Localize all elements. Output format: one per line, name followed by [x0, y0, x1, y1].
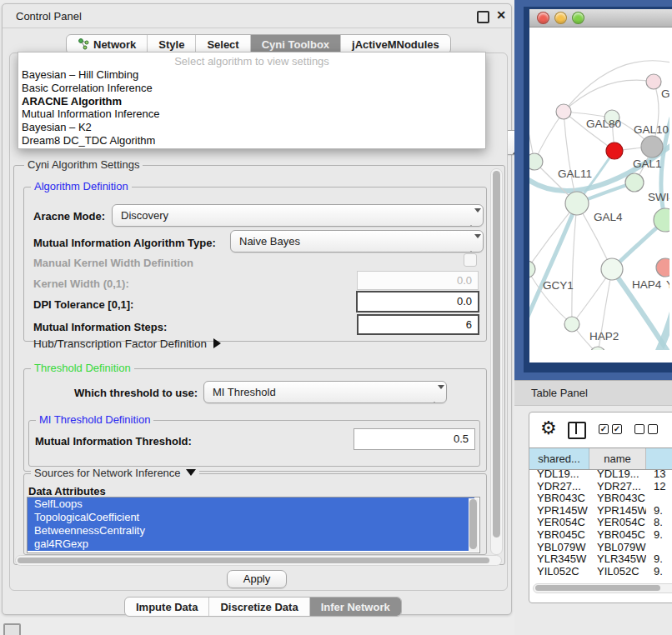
aracne-mode-combobox[interactable]: Discovery: [112, 204, 484, 227]
desktop-background: GALGAL80GAL10GAL1GAL11SWI4GAL4GCY1HAP4YH…: [514, 0, 672, 380]
minimized-window-icon[interactable]: [3, 623, 21, 635]
close-traffic-light-icon[interactable]: [537, 12, 549, 24]
right-column: GALGAL80GAL10GAL1GAL11SWI4GAL4GCY1HAP4YH…: [514, 0, 672, 635]
table-cell: 8.: [646, 517, 672, 529]
network-edge[interactable]: [572, 203, 577, 324]
network-node[interactable]: [625, 173, 644, 192]
network-node[interactable]: [590, 347, 605, 350]
float-window-icon[interactable]: [477, 11, 489, 23]
dropdown-item[interactable]: Dream8 DC_TDC Algorithm: [18, 134, 485, 148]
mi-algorithm-type-value: Naive Bayes: [239, 235, 300, 248]
kernel-width-label: Kernel Width (0,1):: [33, 278, 129, 290]
mi-steps-field[interactable]: 6: [357, 314, 479, 335]
panel-title: Control Panel: [16, 10, 82, 22]
tab-label: Select: [207, 38, 238, 51]
tab-select[interactable]: Select: [195, 35, 249, 53]
table-cell: [646, 542, 672, 554]
network-node[interactable]: [565, 192, 589, 215]
network-icon: [78, 38, 89, 50]
network-node-label: GAL4: [594, 211, 623, 223]
network-edge[interactable]: [654, 301, 669, 350]
dropdown-item[interactable]: Bayesian – K2: [18, 121, 485, 134]
table-column-header[interactable]: name: [589, 448, 646, 469]
sources-title[interactable]: Sources for Network Inference: [31, 467, 199, 479]
table-row[interactable]: YIL052CYIL052C9.: [529, 566, 672, 578]
minimize-traffic-light-icon[interactable]: [554, 12, 567, 24]
network-node-label: GAL: [661, 88, 669, 100]
close-icon[interactable]: ✕: [496, 8, 506, 22]
network-edge[interactable]: [529, 203, 577, 329]
which-threshold-combobox[interactable]: MI Threshold: [203, 381, 447, 403]
table-row[interactable]: YPR145WYPR145W9.: [529, 505, 672, 518]
list-scrollbar[interactable]: [469, 498, 479, 552]
attribute-list-item[interactable]: BetweennessCentrality: [28, 524, 474, 538]
dpi-tolerance-field[interactable]: 0.0: [356, 291, 479, 312]
table-cell: YBR043C: [529, 492, 589, 505]
tab-infer-network[interactable]: Infer Network: [309, 598, 401, 616]
table-cell: YPR145W: [589, 505, 646, 518]
table-row[interactable]: YBL079WYBL079W: [529, 542, 672, 554]
dropdown-item[interactable]: Mutual Information Inference: [18, 108, 485, 121]
kernel-width-field[interactable]: 0.0: [357, 271, 479, 290]
network-node[interactable]: [564, 317, 579, 332]
tab-discretize-data[interactable]: Discretize Data: [208, 598, 308, 616]
table-row[interactable]: YLR345WYLR345W9.: [529, 553, 672, 566]
tab-jactivemnodules[interactable]: jActiveMNodules: [340, 35, 450, 53]
table-row[interactable]: YDR27...YDR27...12: [529, 481, 672, 493]
network-window-titlebar: [529, 9, 672, 28]
table-row[interactable]: YBR045CYBR045C9.: [529, 529, 672, 542]
tab-impute-data[interactable]: Impute Data: [125, 598, 208, 616]
tab-label: Network: [93, 38, 136, 51]
tab-style[interactable]: Style: [147, 35, 195, 53]
table-row[interactable]: YER054CYER054C8.: [529, 517, 672, 529]
data-attributes-list[interactable]: SelfLoopsTopologicalCoefficientBetweenne…: [27, 497, 480, 553]
table-rows[interactable]: YDL19...YDL19...13YDR27...YDR27...12YBR0…: [529, 468, 672, 578]
gear-icon[interactable]: ⚙: [540, 418, 557, 439]
mi-threshold-field[interactable]: 0.5: [354, 428, 475, 450]
unchecked-pair-icon[interactable]: [634, 424, 658, 434]
zoom-traffic-light-icon[interactable]: [572, 12, 584, 24]
table-row[interactable]: YBR043CYBR043C: [529, 492, 672, 505]
hub-definition-toggle[interactable]: Hub/Transcription Factor Definition: [33, 338, 221, 350]
table-row[interactable]: YDL19...YDL19...13: [529, 468, 672, 481]
dropdown-item[interactable]: Basic Correlation Inference: [18, 82, 485, 95]
table-horizontal-scrollbar[interactable]: [533, 583, 672, 593]
table-panel-window: ⚙ ✓✓ shared...nameA YDL19...YDL19...13YD…: [529, 412, 672, 603]
table-cell: YDL19...: [529, 468, 589, 481]
manual-kernel-checkbox[interactable]: [464, 253, 477, 267]
vertical-scrollbar[interactable]: [490, 168, 503, 555]
tab-network[interactable]: Network: [67, 35, 147, 53]
attribute-list-item[interactable]: TopologicalCoefficient: [28, 511, 474, 524]
dropdown-items: Bayesian – Hill ClimbingBasic Correlatio…: [18, 68, 485, 148]
table-panel-titlebar: Table Panel: [514, 380, 672, 406]
table-column-header[interactable]: shared...: [529, 448, 589, 469]
apply-button[interactable]: Apply: [227, 570, 287, 588]
attribute-list-item[interactable]: gal4RGexp: [28, 538, 474, 551]
dropdown-item[interactable]: ARACNE Algorithm: [18, 95, 485, 108]
network-node[interactable]: [641, 136, 663, 158]
dropdown-item[interactable]: Bayesian – Hill Climbing: [18, 68, 485, 82]
network-canvas[interactable]: GALGAL80GAL10GAL1GAL11SWI4GAL4GCY1HAP4YH…: [529, 28, 669, 350]
network-node[interactable]: [556, 104, 571, 119]
app-root: Control Panel ✕ NetworkStyleSelectCyni T…: [0, 0, 672, 635]
network-node[interactable]: [646, 74, 661, 89]
table-column-header[interactable]: A: [646, 448, 672, 469]
table-header-row[interactable]: shared...nameA: [529, 448, 672, 470]
mi-algorithm-type-label: Mutual Information Algorithm Type:: [33, 237, 216, 249]
bottom-tabbar: Impute DataDiscretize DataInfer Network: [124, 597, 402, 617]
table-cell: YBR045C: [589, 529, 646, 542]
network-node[interactable]: [529, 261, 535, 278]
network-node[interactable]: [606, 142, 623, 159]
tab-label: Discretize Data: [220, 601, 298, 613]
tab-cyni-toolbox[interactable]: Cyni Toolbox: [250, 35, 340, 53]
network-node-label: HAP4: [632, 278, 662, 291]
network-view-window[interactable]: GALGAL80GAL10GAL1GAL11SWI4GAL4GCY1HAP4YH…: [524, 7, 672, 372]
network-node[interactable]: [529, 153, 543, 170]
attribute-list-item[interactable]: SelfLoops: [28, 498, 474, 511]
network-node[interactable]: [656, 258, 669, 277]
checked-pair-icon[interactable]: ✓✓: [599, 424, 622, 434]
horizontal-scrollbar[interactable]: [15, 555, 502, 566]
network-node[interactable]: [601, 258, 623, 280]
split-columns-icon[interactable]: [568, 422, 586, 439]
mi-algorithm-type-combobox[interactable]: Naive Bayes: [230, 230, 484, 252]
